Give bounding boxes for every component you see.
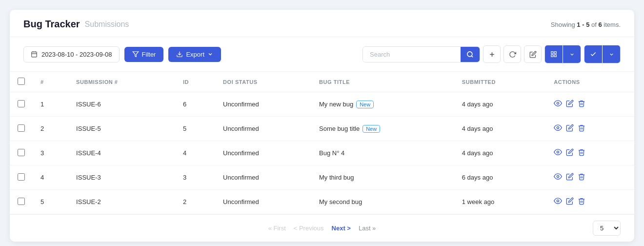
table-row: 1 ISSUE-6 6 Unconfirmed My new bugNew 4 … [10,92,634,117]
pagination-bar: « First < Previous Next > Last » 5102550 [10,214,634,242]
page-size-selector[interactable]: 5102550 [593,221,621,236]
edit-icon[interactable] [566,197,574,207]
filter-icon [132,51,139,58]
search-icon [466,51,474,58]
edit-icon[interactable] [566,100,574,109]
col-header-submission: SUBMISSION # [68,72,175,92]
svg-point-16 [557,151,559,153]
row-actions [546,92,634,117]
view-icon[interactable] [554,148,562,158]
row-submission: ISSUE-4 [68,141,175,165]
check-icon [590,51,597,58]
col-header-doi: DOI STATUS [215,72,311,92]
page-size-dropdown[interactable]: 5102550 [593,221,620,235]
table-row: 4 ISSUE-3 3 Unconfirmed My third bug 6 d… [10,165,634,190]
card-header: Bug Tracker Submissions Showing 1 - 5 of… [10,10,634,37]
chevron-down-icon [207,51,213,57]
row-bug-title: Some bug titleNew [311,117,454,141]
row-num: 5 [33,190,68,214]
chevron-down-icon-2 [569,52,575,57]
row-num: 1 [33,92,68,117]
next-page-link[interactable]: Next > [329,223,354,234]
delete-icon[interactable] [578,197,585,207]
view-toggle-group [544,45,581,63]
edit-icon [529,51,537,58]
last-page-link[interactable]: Last » [356,223,379,234]
col-header-id: ID [175,72,215,92]
row-id: 5 [175,117,215,141]
row-checkbox[interactable] [18,100,25,107]
delete-icon[interactable] [578,124,585,134]
filter-button[interactable]: Filter [124,47,164,62]
first-page-link[interactable]: « First [265,223,289,234]
calendar-icon [31,51,38,58]
svg-rect-11 [554,52,556,54]
grid-view-button[interactable] [545,45,563,63]
row-checkbox[interactable] [18,198,25,205]
delete-icon[interactable] [578,173,585,183]
svg-rect-10 [551,52,553,54]
edit-columns-button[interactable] [524,45,542,63]
date-range-button[interactable]: 2023-08-10 - 2023-09-08 [23,46,120,62]
row-submitted: 6 days ago [454,165,546,190]
svg-rect-12 [554,55,556,57]
view-icon[interactable] [554,99,562,109]
showing-info: Showing 1 - 5 of 6 items. [551,20,621,29]
row-bug-title: Bug N° 4 [311,141,454,165]
submissions-table: # SUBMISSION # ID DOI STATUS BUG TITLE S… [10,72,634,214]
refresh-icon [509,51,516,58]
svg-line-7 [471,56,473,57]
pagination: « First < Previous Next > Last » [265,223,379,234]
view-icon[interactable] [554,123,562,134]
row-checkbox[interactable] [18,149,25,156]
row-actions [546,165,634,190]
edit-icon[interactable] [566,173,574,183]
date-range-value: 2023-08-10 - 2023-09-08 [41,51,112,58]
view-icon[interactable] [554,197,562,207]
svg-point-18 [557,200,559,202]
actions-cell [554,123,626,134]
edit-icon[interactable] [566,124,574,134]
row-actions [546,141,634,165]
row-doi-status: Unconfirmed [215,190,311,214]
row-submitted: 4 days ago [454,117,546,141]
row-submitted: 1 week ago [454,190,546,214]
table-body: 1 ISSUE-6 6 Unconfirmed My new bugNew 4 … [10,92,634,214]
delete-icon[interactable] [578,148,585,158]
check-dropdown-button[interactable] [603,45,620,63]
prev-page-link[interactable]: < Previous [291,223,327,234]
row-bug-title: My second bug [311,190,454,214]
row-checkbox[interactable] [18,124,25,132]
edit-icon[interactable] [566,148,574,158]
row-bug-title: My new bugNew [311,92,454,117]
table-row: 5 ISSUE-2 2 Unconfirmed My second bug 1 … [10,190,634,214]
row-doi-status: Unconfirmed [215,165,311,190]
row-checkbox-cell [10,117,33,141]
view-icon[interactable] [554,172,562,183]
delete-icon[interactable] [578,100,585,109]
row-checkbox[interactable] [18,173,25,181]
select-all-checkbox[interactable] [18,78,25,85]
add-button[interactable] [483,45,501,63]
svg-point-15 [557,126,559,128]
refresh-button[interactable] [503,45,521,63]
header-left: Bug Tracker Submissions [23,19,129,30]
search-button[interactable] [461,47,480,62]
table-header-row: # SUBMISSION # ID DOI STATUS BUG TITLE S… [10,72,634,92]
check-action-group [584,45,621,63]
page-subtitle: Submissions [85,20,129,29]
row-checkbox-cell [10,190,33,214]
actions-cell [554,172,626,183]
row-num: 4 [33,165,68,190]
actions-cell [554,148,626,158]
row-submitted: 4 days ago [454,141,546,165]
grid-icon [550,51,557,58]
check-button[interactable] [584,45,602,63]
row-submission: ISSUE-2 [68,190,175,214]
row-doi-status: Unconfirmed [215,117,311,141]
search-input[interactable] [363,47,461,62]
header-select-all [10,72,33,92]
export-button[interactable]: Export [168,47,221,62]
col-header-title: BUG TITLE [311,72,454,92]
grid-dropdown-button[interactable] [563,45,581,63]
